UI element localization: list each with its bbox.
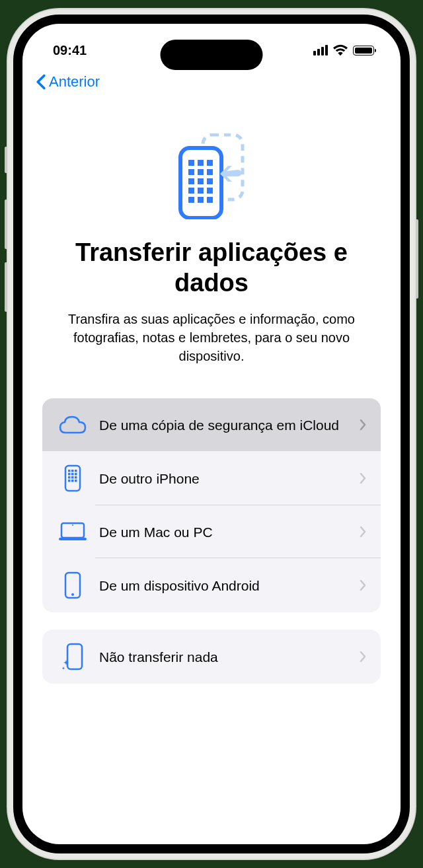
option-icloud-backup[interactable]: De uma cópia de segurança em iCloud	[42, 398, 381, 451]
mute-switch	[5, 147, 7, 173]
page-title: Transferir aplicações e dados	[22, 238, 401, 298]
dynamic-island	[161, 40, 263, 70]
svg-rect-3	[198, 160, 204, 166]
svg-rect-22	[71, 473, 74, 476]
svg-rect-6	[198, 169, 204, 175]
svg-rect-5	[188, 169, 194, 175]
svg-point-34	[71, 593, 74, 596]
svg-rect-29	[75, 480, 77, 482]
laptop-icon	[57, 522, 89, 542]
svg-rect-26	[75, 476, 77, 479]
phone-frame: 09:41	[7, 8, 416, 860]
svg-rect-31	[59, 538, 87, 540]
chevron-right-icon	[360, 526, 366, 538]
svg-rect-25	[71, 476, 74, 479]
svg-rect-28	[71, 480, 74, 482]
volume-down-button	[5, 262, 7, 312]
option-label: De um dispositivo Android	[99, 577, 360, 595]
chevron-right-icon	[360, 472, 366, 484]
svg-rect-21	[68, 473, 71, 476]
svg-rect-8	[188, 178, 194, 184]
svg-rect-23	[75, 473, 77, 476]
phone-sparkle-icon	[57, 643, 89, 670]
screen: 09:41	[22, 24, 401, 844]
option-android[interactable]: De um dispositivo Android	[42, 558, 381, 612]
iphone-grid-icon	[57, 464, 89, 492]
power-button	[416, 219, 418, 299]
svg-rect-14	[188, 197, 194, 203]
svg-rect-18	[68, 470, 71, 472]
status-icons	[313, 44, 374, 56]
phone-outline-icon	[57, 571, 89, 599]
svg-rect-13	[207, 188, 213, 194]
back-button[interactable]: Anterior	[36, 73, 100, 90]
svg-rect-2	[188, 160, 194, 166]
svg-rect-20	[75, 470, 77, 472]
wifi-icon	[333, 44, 348, 56]
svg-rect-12	[198, 188, 204, 194]
battery-icon	[353, 46, 374, 55]
svg-rect-10	[207, 178, 213, 184]
svg-rect-4	[207, 160, 213, 166]
back-label: Anterior	[49, 73, 100, 90]
svg-rect-7	[207, 169, 213, 175]
volume-up-button	[5, 199, 7, 249]
svg-rect-9	[198, 178, 204, 184]
option-label: De outro iPhone	[99, 470, 360, 488]
svg-point-32	[72, 524, 73, 526]
svg-rect-16	[207, 197, 213, 203]
svg-rect-24	[68, 476, 71, 479]
chevron-left-icon	[36, 74, 46, 90]
chevron-right-icon	[360, 419, 366, 431]
option-label: De um Mac ou PC	[99, 523, 360, 541]
cellular-signal-icon	[313, 45, 328, 55]
svg-rect-27	[68, 480, 71, 482]
hero-icon	[22, 133, 401, 219]
options-group-skip: Não transferir nada	[42, 630, 381, 684]
page-subtitle: Transfira as suas aplicações e informaçã…	[22, 310, 401, 365]
option-other-iphone[interactable]: De outro iPhone	[42, 451, 381, 505]
option-dont-transfer[interactable]: Não transferir nada	[42, 630, 381, 684]
svg-rect-19	[71, 470, 74, 472]
options-group-transfer: De uma cópia de segurança em iCloud	[42, 398, 381, 612]
option-mac-pc[interactable]: De um Mac ou PC	[42, 505, 381, 558]
option-label: De uma cópia de segurança em iCloud	[99, 416, 360, 434]
chevron-right-icon	[360, 579, 366, 591]
status-time: 09:41	[53, 43, 87, 58]
svg-rect-35	[67, 644, 82, 669]
transfer-icon	[175, 133, 248, 219]
svg-rect-11	[188, 188, 194, 194]
cloud-icon	[57, 416, 89, 434]
phone-bezel: 09:41	[13, 15, 410, 853]
chevron-right-icon	[360, 651, 366, 663]
svg-rect-15	[198, 197, 204, 203]
option-label: Não transferir nada	[99, 648, 360, 666]
